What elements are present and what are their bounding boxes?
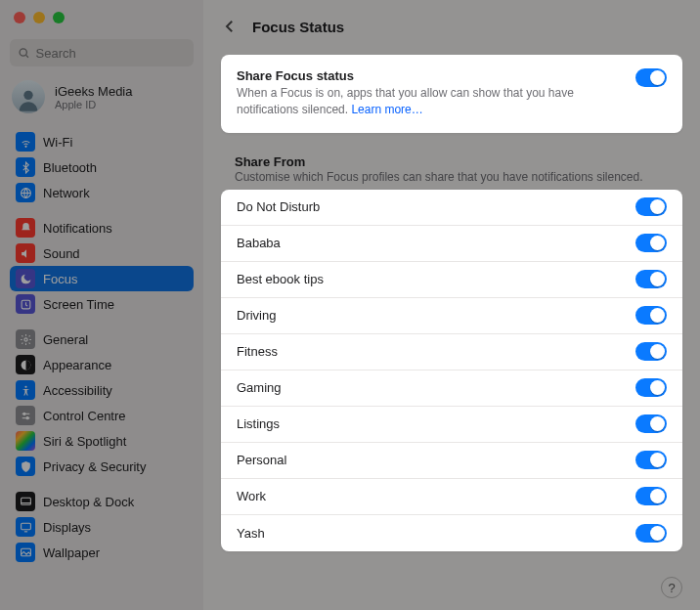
desktop-dock-icon: [16, 492, 35, 511]
avatar: [12, 80, 45, 113]
focus-profile-label: Fitness: [237, 344, 278, 359]
sidebar-nav: Wi-Fi Bluetooth Network Notifications So…: [10, 129, 194, 565]
sidebar-item-accessibility[interactable]: Accessibility: [10, 377, 194, 403]
sidebar-item-label: Bluetooth: [43, 160, 97, 175]
learn-more-link[interactable]: Learn more…: [351, 103, 422, 116]
screen-time-icon: [16, 294, 35, 314]
appearance-icon: [16, 355, 35, 374]
sidebar-item-general[interactable]: General: [10, 327, 194, 352]
sidebar-item-screen-time[interactable]: Screen Time: [10, 291, 194, 317]
share-focus-toggle[interactable]: [635, 68, 667, 87]
focus-profile-toggle[interactable]: [635, 524, 667, 543]
content-pane: Focus Status Share Focus status When a F…: [203, 0, 700, 610]
sidebar-item-label: Network: [43, 186, 90, 200]
sidebar-item-label: Appearance: [43, 358, 111, 372]
sidebar-item-label: Desktop & Dock: [43, 495, 134, 509]
close-window-button[interactable]: [14, 12, 25, 23]
focus-profile-row: Bababa: [221, 226, 682, 262]
sidebar-item-label: Notifications: [43, 221, 112, 236]
svg-point-3: [24, 146, 25, 147]
focus-profile-label: Personal: [237, 453, 286, 467]
account-sub: Apple ID: [55, 99, 132, 110]
sidebar-item-wifi[interactable]: Wi-Fi: [10, 129, 194, 154]
help-button[interactable]: ?: [661, 577, 682, 598]
focus-profile-toggle[interactable]: [635, 197, 667, 216]
share-focus-desc: When a Focus is on, apps that you allow …: [237, 85, 616, 119]
share-from-title: Share From: [235, 154, 682, 169]
sidebar-item-appearance[interactable]: Appearance: [10, 352, 194, 377]
focus-profile-label: Gaming: [237, 380, 282, 395]
focus-profile-toggle[interactable]: [635, 306, 667, 325]
sidebar-item-sound[interactable]: Sound: [10, 240, 194, 266]
sidebar-item-label: Control Centre: [43, 409, 126, 423]
focus-profile-row: Best ebook tips: [221, 262, 682, 298]
focus-profile-toggle[interactable]: [635, 378, 667, 397]
sidebar-item-siri-spotlight[interactable]: Siri & Spotlight: [10, 428, 194, 454]
focus-profile-label: Do Not Disturb: [237, 199, 320, 214]
displays-icon: [16, 517, 35, 537]
sidebar-item-label: Screen Time: [43, 297, 114, 312]
account-name: iGeeks Media: [55, 84, 132, 99]
sidebar-item-control-centre[interactable]: Control Centre: [10, 403, 194, 428]
sidebar-item-desktop-dock[interactable]: Desktop & Dock: [10, 489, 194, 514]
svg-point-8: [24, 385, 26, 387]
sidebar-item-label: Wallpaper: [43, 545, 100, 560]
share-from-desc: Customise which Focus profiles can share…: [235, 170, 682, 184]
svg-point-12: [26, 416, 28, 418]
sidebar-item-focus[interactable]: Focus: [10, 266, 194, 291]
settings-window: iGeeks Media Apple ID Wi-Fi Bluetooth Ne…: [0, 0, 700, 610]
sidebar-item-privacy-security[interactable]: Privacy & Security: [10, 454, 194, 479]
focus-profile-label: Best ebook tips: [237, 272, 324, 286]
wallpaper-icon: [16, 543, 35, 562]
bluetooth-icon: [16, 157, 35, 177]
share-focus-title: Share Focus status: [237, 68, 616, 83]
notifications-icon: [16, 218, 35, 238]
sound-icon: [16, 243, 35, 263]
svg-rect-15: [21, 523, 30, 530]
focus-profile-row: Listings: [221, 407, 682, 443]
sidebar-item-label: Privacy & Security: [43, 459, 146, 474]
sidebar-item-label: Sound: [43, 246, 80, 261]
share-from-header: Share From Customise which Focus profile…: [235, 154, 682, 184]
search-field[interactable]: [10, 39, 194, 66]
svg-point-10: [22, 413, 24, 414]
focus-profile-toggle[interactable]: [635, 414, 667, 433]
svg-point-2: [23, 91, 32, 100]
back-button[interactable]: [221, 18, 239, 35]
focus-profile-row: Yash: [221, 515, 682, 551]
accessibility-icon: [16, 380, 35, 400]
sidebar-item-wallpaper[interactable]: Wallpaper: [10, 540, 194, 565]
sidebar-item-label: Displays: [43, 520, 91, 535]
focus-profile-row: Fitness: [221, 334, 682, 370]
focus-profile-label: Yash: [237, 526, 265, 541]
network-icon: [16, 183, 35, 202]
wifi-icon: [16, 132, 35, 152]
sidebar-item-label: General: [43, 332, 88, 347]
minimize-window-button[interactable]: [33, 12, 45, 23]
zoom-window-button[interactable]: [53, 12, 65, 23]
apple-id-account[interactable]: iGeeks Media Apple ID: [10, 80, 194, 127]
svg-point-0: [20, 49, 26, 56]
focus-profile-label: Bababa: [237, 236, 281, 250]
sidebar-item-notifications[interactable]: Notifications: [10, 215, 194, 240]
focus-profile-label: Listings: [237, 416, 280, 431]
focus-profile-toggle[interactable]: [635, 451, 667, 469]
focus-profile-toggle[interactable]: [635, 234, 667, 252]
focus-icon: [16, 269, 35, 288]
focus-profile-toggle[interactable]: [635, 342, 667, 361]
sidebar-item-label: Wi-Fi: [43, 135, 72, 150]
svg-rect-13: [21, 498, 30, 504]
focus-profile-toggle[interactable]: [635, 487, 667, 505]
search-icon: [18, 46, 30, 60]
sidebar-item-displays[interactable]: Displays: [10, 514, 194, 540]
focus-profile-row: Do Not Disturb: [221, 190, 682, 226]
page-title: Focus Status: [252, 19, 344, 35]
sidebar: iGeeks Media Apple ID Wi-Fi Bluetooth Ne…: [0, 0, 203, 610]
sidebar-item-network[interactable]: Network: [10, 180, 194, 205]
privacy-icon: [16, 457, 35, 476]
focus-profile-toggle[interactable]: [635, 270, 667, 288]
sidebar-item-label: Focus: [43, 272, 77, 286]
sidebar-item-bluetooth[interactable]: Bluetooth: [10, 154, 194, 180]
search-input[interactable]: [36, 46, 187, 61]
svg-line-1: [26, 55, 28, 57]
